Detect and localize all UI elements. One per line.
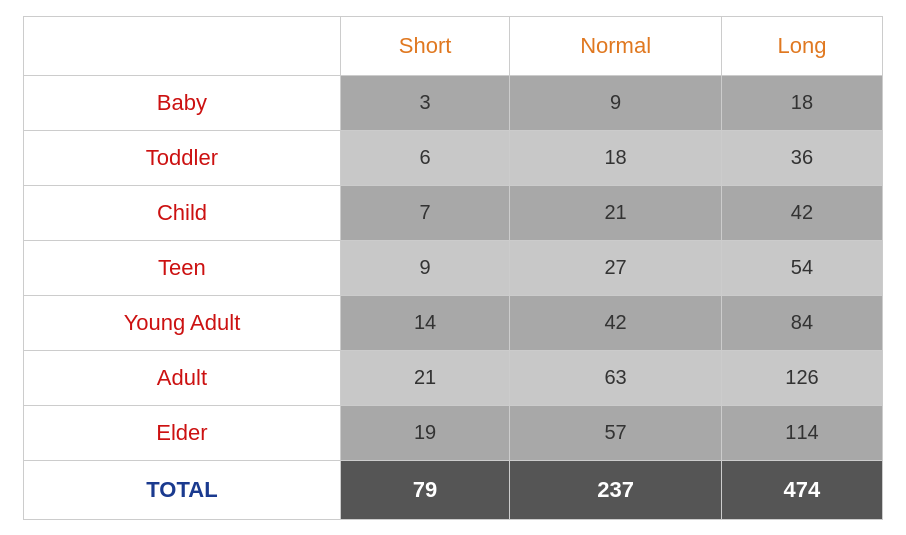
row-normal: 57 xyxy=(510,405,722,460)
row-long: 114 xyxy=(721,405,882,460)
row-long: 126 xyxy=(721,350,882,405)
table-container: Short Normal Long Baby3918Toddler61836Ch… xyxy=(23,16,883,520)
row-label: Teen xyxy=(24,240,341,295)
row-normal: 18 xyxy=(510,130,722,185)
header-normal: Normal xyxy=(510,16,722,75)
row-short: 6 xyxy=(340,130,509,185)
row-label: Child xyxy=(24,185,341,240)
row-label: Young Adult xyxy=(24,295,341,350)
table-row: Young Adult144284 xyxy=(24,295,883,350)
total-label: TOTAL xyxy=(24,460,341,519)
row-normal: 21 xyxy=(510,185,722,240)
row-long: 36 xyxy=(721,130,882,185)
table-row: Elder1957114 xyxy=(24,405,883,460)
row-normal: 9 xyxy=(510,75,722,130)
header-short: Short xyxy=(340,16,509,75)
total-long: 474 xyxy=(721,460,882,519)
row-short: 7 xyxy=(340,185,509,240)
table-row: Teen92754 xyxy=(24,240,883,295)
row-long: 54 xyxy=(721,240,882,295)
data-table: Short Normal Long Baby3918Toddler61836Ch… xyxy=(23,16,883,520)
row-label: Toddler xyxy=(24,130,341,185)
row-normal: 63 xyxy=(510,350,722,405)
table-row: Child72142 xyxy=(24,185,883,240)
header-long: Long xyxy=(721,16,882,75)
row-label: Elder xyxy=(24,405,341,460)
header-label xyxy=(24,16,341,75)
row-label: Baby xyxy=(24,75,341,130)
table-row: Baby3918 xyxy=(24,75,883,130)
row-long: 84 xyxy=(721,295,882,350)
row-short: 19 xyxy=(340,405,509,460)
row-normal: 42 xyxy=(510,295,722,350)
table-row: Toddler61836 xyxy=(24,130,883,185)
table-row: Adult2163126 xyxy=(24,350,883,405)
row-short: 21 xyxy=(340,350,509,405)
row-normal: 27 xyxy=(510,240,722,295)
row-short: 9 xyxy=(340,240,509,295)
total-normal: 237 xyxy=(510,460,722,519)
row-long: 42 xyxy=(721,185,882,240)
row-short: 3 xyxy=(340,75,509,130)
row-short: 14 xyxy=(340,295,509,350)
row-long: 18 xyxy=(721,75,882,130)
row-label: Adult xyxy=(24,350,341,405)
total-short: 79 xyxy=(340,460,509,519)
